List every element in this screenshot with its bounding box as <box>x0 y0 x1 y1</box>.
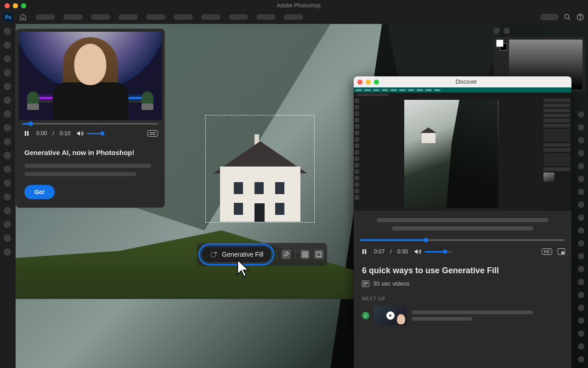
tool-button[interactable] <box>4 97 11 104</box>
panel-tab[interactable] <box>578 343 584 350</box>
panel-tab[interactable] <box>578 292 584 298</box>
minimize-window-button[interactable] <box>366 80 371 85</box>
volume-icon[interactable] <box>76 129 84 138</box>
minimize-window-button[interactable] <box>13 3 18 8</box>
panel-tab[interactable] <box>578 266 584 272</box>
tool-button[interactable] <box>4 124 11 132</box>
svg-rect-8 <box>27 131 28 136</box>
tutorial-title: Generative AI, now in Photoshop! <box>24 149 156 156</box>
panel-tab[interactable] <box>493 28 500 34</box>
tool-button[interactable] <box>4 55 11 63</box>
search-icon[interactable] <box>563 13 571 21</box>
tool-button[interactable] <box>4 193 11 201</box>
panel-tab[interactable] <box>578 214 584 221</box>
menu-item[interactable] <box>174 14 193 20</box>
panel-tab[interactable] <box>578 330 584 337</box>
progress-fill <box>360 239 426 241</box>
panel-tab[interactable] <box>578 356 584 362</box>
go-button[interactable]: Go! <box>24 185 55 199</box>
tool-rail <box>0 24 15 256</box>
panel-tab[interactable] <box>503 28 510 34</box>
marquee-selection[interactable] <box>205 115 315 223</box>
tool-button[interactable] <box>4 248 11 256</box>
menu-item[interactable] <box>119 14 138 20</box>
transform-icon[interactable] <box>314 250 323 259</box>
pause-button[interactable] <box>360 247 368 256</box>
panel-tab[interactable] <box>578 111 584 118</box>
generative-fill-button[interactable]: Generative Fill <box>201 246 272 263</box>
video-progress-slider[interactable] <box>360 239 565 241</box>
menu-item[interactable] <box>229 14 248 20</box>
tool-button[interactable] <box>4 83 11 90</box>
closed-captions-button[interactable]: CC <box>542 248 552 255</box>
volume-slider[interactable] <box>87 133 104 134</box>
panel-tab[interactable] <box>578 201 584 208</box>
window-controls <box>5 3 26 8</box>
generative-fill-label: Generative Fill <box>222 251 263 258</box>
close-window-button[interactable] <box>5 3 10 8</box>
brush-icon[interactable] <box>282 250 291 259</box>
discover-video-controls: 0:07 / 0:30 CC <box>354 237 571 260</box>
panel-tab[interactable] <box>578 227 584 234</box>
help-icon[interactable] <box>576 13 584 21</box>
color-swatch[interactable] <box>496 40 507 51</box>
description-line <box>377 218 548 222</box>
tool-button[interactable] <box>4 221 11 228</box>
share-button[interactable] <box>540 14 559 20</box>
maximize-window-button[interactable] <box>374 80 379 85</box>
screenshot-menubar <box>354 87 571 92</box>
next-up-label: NEXT UP <box>362 296 563 301</box>
play-icon <box>386 311 395 320</box>
divider <box>277 249 277 259</box>
menu-item[interactable] <box>146 14 165 20</box>
tool-button[interactable] <box>4 179 11 187</box>
pause-button[interactable] <box>23 129 31 138</box>
menu-item[interactable] <box>63 14 83 20</box>
panel-tab[interactable] <box>578 317 584 324</box>
volume-icon[interactable] <box>413 247 422 256</box>
menu-item[interactable] <box>201 14 220 20</box>
tool-button[interactable] <box>4 28 11 35</box>
next-up-item[interactable]: ✓ <box>362 306 563 325</box>
tool-button[interactable] <box>4 166 11 173</box>
check-icon: ✓ <box>362 312 369 319</box>
next-thumbnail[interactable] <box>374 306 407 325</box>
tool-button[interactable] <box>4 41 11 49</box>
panel-tab[interactable] <box>578 163 584 169</box>
close-window-button[interactable] <box>357 80 362 85</box>
closed-captions-button[interactable]: CC <box>147 130 158 137</box>
menu-item[interactable] <box>36 14 55 20</box>
discover-video[interactable] <box>354 87 571 211</box>
panel-tab[interactable] <box>578 150 584 156</box>
mask-icon[interactable] <box>300 250 310 259</box>
menu-item[interactable] <box>256 14 276 20</box>
svg-point-5 <box>304 253 306 256</box>
panel-tab[interactable] <box>578 124 584 131</box>
picture-in-picture-icon[interactable] <box>558 248 565 255</box>
panel-tab[interactable] <box>578 189 584 195</box>
panel-tab[interactable] <box>578 279 584 285</box>
tool-button[interactable] <box>4 110 11 118</box>
panel-tab[interactable] <box>578 137 584 144</box>
contextual-taskbar: Generative Fill <box>197 243 327 266</box>
tool-button[interactable] <box>4 69 11 76</box>
home-icon[interactable] <box>18 12 28 22</box>
tool-button[interactable] <box>4 207 11 214</box>
panel-tab[interactable] <box>578 240 584 247</box>
tool-button[interactable] <box>4 138 11 145</box>
menu-item[interactable] <box>284 14 303 20</box>
video-progress-slider[interactable] <box>23 123 158 125</box>
volume-slider[interactable] <box>424 251 452 253</box>
maximize-window-button[interactable] <box>21 3 26 8</box>
panel-tab[interactable] <box>578 253 584 259</box>
sparkle-icon <box>209 250 218 259</box>
panel-tab[interactable] <box>578 305 584 311</box>
tool-button[interactable] <box>4 152 11 159</box>
progress-knob[interactable] <box>424 238 428 242</box>
menu-item[interactable] <box>91 14 110 20</box>
tool-button[interactable] <box>4 235 11 242</box>
tutorial-video-thumbnail[interactable] <box>19 32 162 120</box>
photoshop-logo[interactable]: Ps <box>4 12 13 22</box>
panel-tab[interactable] <box>578 176 584 182</box>
progress-knob[interactable] <box>28 121 33 126</box>
